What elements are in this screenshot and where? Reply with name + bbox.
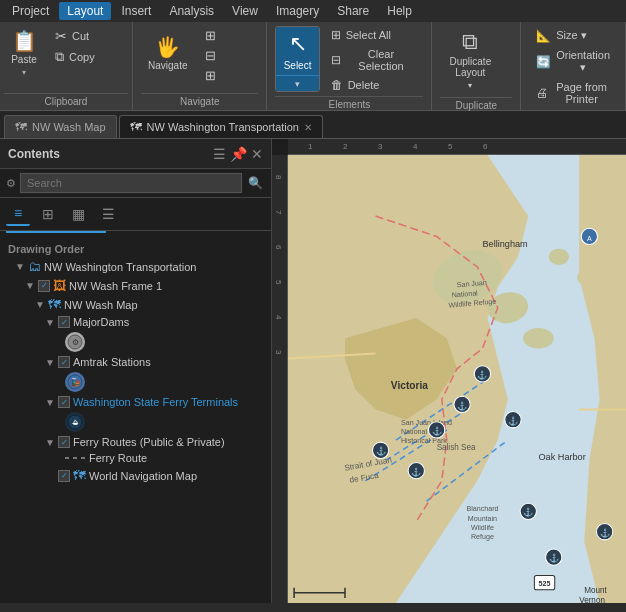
navigate-icon: 🖐 xyxy=(155,37,180,57)
tree-nw-wash-map-layer[interactable]: ▼ 🗺 NW Wash Map xyxy=(0,295,271,314)
ribbon-group-page-setup: 📐 Size ▾ 🔄 Orientation ▾ 🖨 Page from Pri… xyxy=(521,22,626,110)
tree-major-dams[interactable]: ▼ ✓ MajorDams xyxy=(0,314,271,330)
search-input[interactable] xyxy=(20,173,242,193)
copy-button[interactable]: ⧉ Copy xyxy=(48,47,128,66)
expand-arrow-1[interactable]: ▼ xyxy=(15,261,25,272)
tree-nw-washington-transportation[interactable]: ▼ 🗂 NW Washington Transportation xyxy=(0,257,271,276)
select-dropdown-group: ↖ Select ▾ xyxy=(275,26,319,92)
svg-text:A: A xyxy=(587,235,592,243)
expand-arrow-4[interactable]: ▼ xyxy=(45,317,55,328)
checkbox-ferry-routes[interactable]: ✓ xyxy=(58,436,70,448)
sidebar-title: Contents xyxy=(8,147,213,161)
svg-text:Bellingham: Bellingham xyxy=(482,239,528,249)
sidebar-pin-icon[interactable]: 📌 xyxy=(230,146,247,162)
ribbon-group-clipboard: 📋 Paste ▾ ✂ Cut ⧉ Copy Clipboard xyxy=(0,22,133,110)
menu-help[interactable]: Help xyxy=(379,2,420,20)
sidebar-close-icon[interactable]: ✕ xyxy=(251,146,263,162)
svg-text:Historical Park: Historical Park xyxy=(401,437,447,445)
expand-arrow-6[interactable]: ▼ xyxy=(45,397,55,408)
menu-insert[interactable]: Insert xyxy=(113,2,159,20)
nav-btn-2[interactable]: ⊟ xyxy=(198,46,258,65)
tab-close-icon[interactable]: ✕ xyxy=(304,122,312,133)
checkbox-dams[interactable]: ✓ xyxy=(58,316,70,328)
details-view-icon[interactable]: ☰ xyxy=(96,202,120,226)
checkbox-world-nav[interactable]: ✓ xyxy=(58,470,70,482)
svg-text:⚓: ⚓ xyxy=(600,528,611,539)
navigate-label: Navigate xyxy=(141,93,258,110)
list-view-icon[interactable]: ≡ xyxy=(6,202,30,226)
tree-nw-wash-frame[interactable]: ▼ ✓ 🖼 NW Wash Frame 1 xyxy=(0,276,271,295)
nav-icon-2: ⊟ xyxy=(205,49,216,62)
svg-text:Blanchard: Blanchard xyxy=(466,505,498,513)
size-button[interactable]: 📐 Size ▾ xyxy=(529,26,617,45)
nav-btn-3[interactable]: ⊞ xyxy=(198,66,258,85)
select-all-button[interactable]: ⊞ Select All xyxy=(324,26,424,44)
menu-project[interactable]: Project xyxy=(4,2,57,20)
select-dropdown-arrow[interactable]: ▾ xyxy=(276,75,318,91)
map-layer-icon: 🗺 xyxy=(48,297,61,312)
svg-text:Mount: Mount xyxy=(584,586,607,595)
svg-point-10 xyxy=(549,249,569,265)
tree-area: Drawing Order ▼ 🗂 NW Washington Transpor… xyxy=(0,235,271,603)
ribbon-group-navigate: 🖐 Navigate ⊞ ⊟ ⊞ Navigate xyxy=(133,22,267,110)
tree-world-nav-map[interactable]: ✓ 🗺 World Navigation Map xyxy=(0,466,271,485)
tab-nw-wash-map[interactable]: 🗺 NW Wash Map xyxy=(4,115,117,138)
world-nav-icon: 🗺 xyxy=(73,468,86,483)
ribbon-group-duplicate: ⧉ DuplicateLayout ▾ Duplicate Layout xyxy=(432,22,521,110)
select-all-icon: ⊞ xyxy=(331,29,341,41)
tiles-view-icon[interactable]: ▦ xyxy=(66,202,90,226)
delete-button[interactable]: 🗑 Delete xyxy=(324,76,424,94)
menu-view[interactable]: View xyxy=(224,2,266,20)
map-canvas: Bellingham Victoria Oak Harbor Salish Se… xyxy=(288,155,626,603)
paste-button[interactable]: 📋 Paste ▾ xyxy=(4,26,44,82)
paste-icon: 📋 xyxy=(12,31,37,51)
svg-text:🚂: 🚂 xyxy=(70,377,80,387)
expand-arrow-5[interactable]: ▼ xyxy=(45,357,55,368)
menu-imagery[interactable]: Imagery xyxy=(268,2,327,20)
svg-text:Oak Harbor: Oak Harbor xyxy=(538,452,585,462)
tree-wa-ferry-terminals[interactable]: ▼ ✓ Washington State Ferry Terminals xyxy=(0,394,271,410)
expand-arrow-3[interactable]: ▼ xyxy=(35,299,45,310)
sidebar-list-icon[interactable]: ☰ xyxy=(213,146,226,162)
svg-text:⚙: ⚙ xyxy=(72,338,79,347)
cut-button[interactable]: ✂ Cut xyxy=(48,26,128,46)
expand-arrow-2[interactable]: ▼ xyxy=(25,280,35,291)
grid-view-icon[interactable]: ⊞ xyxy=(36,202,60,226)
orientation-icon: 🔄 xyxy=(536,56,551,68)
checkbox-ferry-terminals[interactable]: ✓ xyxy=(58,396,70,408)
checkbox-frame[interactable]: ✓ xyxy=(38,280,50,292)
expand-arrow-7[interactable]: ▼ xyxy=(45,437,55,448)
duplicate-layout-button[interactable]: ⧉ DuplicateLayout ▾ xyxy=(440,26,500,95)
tree-ferry-routes[interactable]: ▼ ✓ Ferry Routes (Public & Private) xyxy=(0,434,271,450)
filter-icon: ⚙ xyxy=(6,177,16,190)
select-button[interactable]: ↖ Select xyxy=(276,27,318,75)
sidebar-panel: Contents ☰ 📌 ✕ ⚙ 🔍 ≡ ⊞ ▦ ☰ Drawin xyxy=(0,139,272,603)
tab-map-icon-1: 🗺 xyxy=(15,120,27,134)
svg-text:⚓: ⚓ xyxy=(549,553,560,564)
menu-bar: Project Layout Insert Analysis View Imag… xyxy=(0,0,626,22)
nav-btn-1[interactable]: ⊞ xyxy=(198,26,258,45)
clear-selection-button[interactable]: ⊟ Clear Selection xyxy=(324,45,424,75)
navigate-button[interactable]: 🖐 Navigate xyxy=(141,26,194,82)
svg-text:Refuge: Refuge xyxy=(471,533,494,541)
clipboard-label: Clipboard xyxy=(4,93,128,110)
tree-amtrak-stations[interactable]: ▼ ✓ Amtrak Stations xyxy=(0,354,271,370)
copy-icon: ⧉ xyxy=(55,50,64,63)
search-button[interactable]: 🔍 xyxy=(246,174,265,192)
svg-text:⚓: ⚓ xyxy=(523,507,534,518)
tab-nw-wash-transport[interactable]: 🗺 NW Washington Transportation ✕ xyxy=(119,115,323,138)
svg-text:⚓: ⚓ xyxy=(411,467,422,478)
menu-layout[interactable]: Layout xyxy=(59,2,111,20)
orientation-button[interactable]: 🔄 Orientation ▾ xyxy=(529,46,617,77)
menu-analysis[interactable]: Analysis xyxy=(161,2,222,20)
checkbox-amtrak[interactable]: ✓ xyxy=(58,356,70,368)
svg-text:National: National xyxy=(401,428,428,436)
menu-share[interactable]: Share xyxy=(329,2,377,20)
ruler-vertical: 8 7 6 5 4 3 xyxy=(272,155,288,603)
nav-icon-1: ⊞ xyxy=(205,29,216,42)
page-from-printer-button[interactable]: 🖨 Page from Printer xyxy=(529,78,617,108)
tree-ferry-route-dash: Ferry Route xyxy=(0,450,271,466)
tabs-bar: 🗺 NW Wash Map 🗺 NW Washington Transporta… xyxy=(0,111,626,139)
tab-map-icon-2: 🗺 xyxy=(130,120,142,134)
size-icon: 📐 xyxy=(536,30,551,42)
